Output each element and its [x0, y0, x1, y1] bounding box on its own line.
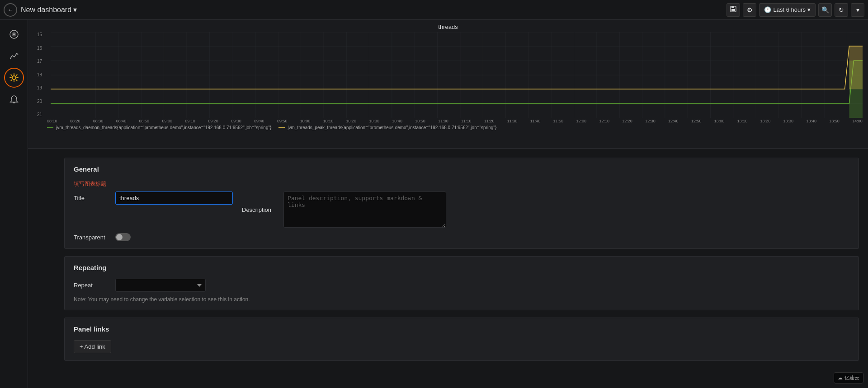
legend-green-label: jvm_threads_daemon_threads{application="… — [56, 125, 271, 130]
topbar: ← New dashboard ▾ ⚙ 🕐 Last 6 hours ▾ — [0, 0, 868, 20]
toggle-knob — [116, 234, 123, 240]
repeat-row: Repeat — [74, 279, 849, 292]
transparent-toggle[interactable] — [115, 233, 131, 241]
refresh-dropdown-icon: ▾ — [856, 6, 859, 14]
save-icon — [730, 6, 736, 14]
sidebar-item-chart[interactable] — [4, 46, 24, 66]
svg-point-6 — [12, 76, 16, 79]
sidebar-item-layers[interactable] — [4, 24, 24, 44]
repeat-note: Note: You may need to change the variabl… — [74, 296, 849, 303]
gear-icon: ⚙ — [747, 6, 753, 14]
chart-y-labels: 21 20 19 18 17 16 15 — [37, 32, 50, 118]
settings-button[interactable]: ⚙ — [743, 3, 756, 17]
title-input[interactable] — [115, 192, 233, 205]
dashboard-dropdown-icon: ▾ — [73, 5, 77, 14]
title-row: Title Description — [74, 192, 849, 228]
time-range-button[interactable]: 🕐 Last 6 hours ▾ — [759, 3, 816, 17]
sidebar-item-alert[interactable] — [4, 89, 24, 109]
back-button[interactable]: ← — [4, 3, 17, 17]
time-dropdown-icon: ▾ — [807, 6, 811, 13]
transparent-field: Transparent — [74, 233, 849, 241]
topbar-left: ← New dashboard ▾ — [4, 3, 726, 17]
search-icon: 🔍 — [821, 6, 829, 14]
clock-icon: 🕐 — [764, 6, 771, 13]
chart-x-labels: 08:10 08:20 08:30 08:40 08:50 09:00 09:1… — [47, 119, 863, 123]
sidebar — [0, 20, 28, 388]
refresh-button[interactable]: ↻ — [835, 3, 848, 17]
dashboard-title[interactable]: New dashboard ▾ — [21, 5, 77, 14]
chart-legend: jvm_threads_daemon_threads{application="… — [47, 125, 863, 130]
topbar-right: ⚙ 🕐 Last 6 hours ▾ 🔍 ↻ ▾ — [726, 3, 864, 17]
add-link-button[interactable]: + Add link — [74, 340, 111, 353]
repeat-select[interactable] — [115, 279, 206, 292]
watermark: ☁ 亿速云 — [834, 372, 863, 383]
panel-links-title: Panel links — [74, 325, 849, 333]
title-field: Title — [74, 192, 233, 205]
chart-area: threads 21 20 19 18 17 16 15 — [28, 20, 868, 149]
transparent-label: Transparent — [74, 234, 110, 241]
legend-yellow-line — [278, 127, 285, 128]
main-layout: threads 21 20 19 18 17 16 15 — [0, 20, 868, 388]
error-message: 填写图表标题 — [74, 180, 849, 188]
general-section: General 填写图表标题 Title Description Transpa… — [64, 158, 859, 249]
content-area: threads 21 20 19 18 17 16 15 — [28, 20, 868, 388]
save-button[interactable] — [726, 3, 740, 17]
description-textarea[interactable] — [283, 192, 446, 228]
refresh-dropdown-button[interactable]: ▾ — [851, 3, 864, 17]
legend-green-line — [47, 127, 53, 128]
dashboard-title-text: New dashboard — [21, 6, 71, 14]
form-panel: General 填写图表标题 Title Description Transpa… — [28, 149, 868, 388]
search-button[interactable]: 🔍 — [818, 3, 832, 17]
add-link-label: + Add link — [80, 343, 105, 350]
repeating-section: Repeating Repeat Note: You may need to c… — [64, 256, 859, 310]
description-field: Description — [242, 192, 446, 228]
general-section-title: General — [74, 165, 849, 173]
sidebar-item-settings[interactable] — [4, 68, 24, 88]
svg-point-5 — [13, 33, 15, 35]
repeating-section-title: Repeating — [74, 264, 849, 271]
refresh-icon: ↻ — [839, 6, 844, 14]
repeat-label: Repeat — [74, 282, 110, 289]
back-icon: ← — [7, 6, 13, 13]
panel-links-section: Panel links + Add link — [64, 318, 859, 361]
legend-yellow-label: jvm_threads_peak_threads{application="pr… — [288, 125, 496, 130]
chart-title: threads — [33, 23, 863, 30]
time-range-label: Last 6 hours — [773, 6, 806, 13]
svg-rect-1 — [731, 6, 734, 8]
title-label: Title — [74, 195, 110, 201]
watermark-icon: ☁ — [838, 375, 843, 381]
description-label: Description — [242, 206, 278, 213]
svg-rect-50 — [849, 46, 863, 89]
chart-svg — [51, 32, 863, 118]
svg-rect-2 — [731, 9, 735, 11]
watermark-text: 亿速云 — [844, 374, 859, 381]
